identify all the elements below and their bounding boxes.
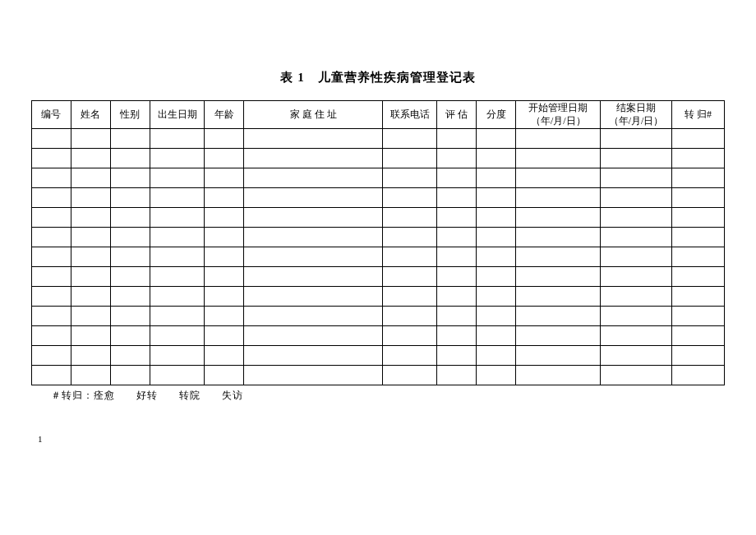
page-title: 表 1 儿童营养性疾病管理登记表 [31,70,725,85]
header-close-date-line2: （年/月/日） [609,115,664,127]
header-start-date-line1: 开始管理日期 [528,102,588,113]
header-id: 编号 [32,101,71,129]
header-degree: 分度 [477,101,516,129]
table-row [32,267,725,287]
table-row [32,149,725,168]
header-close-date: 结案日期 （年/月/日） [601,101,672,129]
header-outcome: 转 归# [671,101,724,129]
table-row [32,208,725,228]
footnote: ＃转归：痊愈 好转 转院 失访 [31,389,725,403]
header-address: 家 庭 住 址 [244,101,383,129]
table-row [32,326,725,346]
table-row [32,307,725,326]
header-assessment: 评 估 [437,101,477,129]
header-start-date: 开始管理日期 （年/月/日） [516,101,601,129]
table-row [32,129,725,149]
table-row [32,366,725,385]
header-phone: 联系电话 [383,101,437,129]
table-row [32,168,725,188]
page-number: 1 [31,434,725,444]
header-name: 姓名 [71,101,110,129]
table-row [32,228,725,247]
table-header-row: 编号 姓名 性别 出生日期 年龄 家 庭 住 址 联系电话 评 估 分度 开始管… [32,101,725,129]
registration-table: 编号 姓名 性别 出生日期 年龄 家 庭 住 址 联系电话 评 估 分度 开始管… [31,100,725,385]
header-start-date-line2: （年/月/日） [531,115,586,127]
header-age: 年龄 [205,101,244,129]
table-row [32,188,725,208]
table-row [32,287,725,307]
table-row [32,247,725,267]
header-birthdate: 出生日期 [150,101,204,129]
table-row [32,346,725,366]
header-close-date-line1: 结案日期 [616,102,656,113]
header-gender: 性别 [110,101,150,129]
